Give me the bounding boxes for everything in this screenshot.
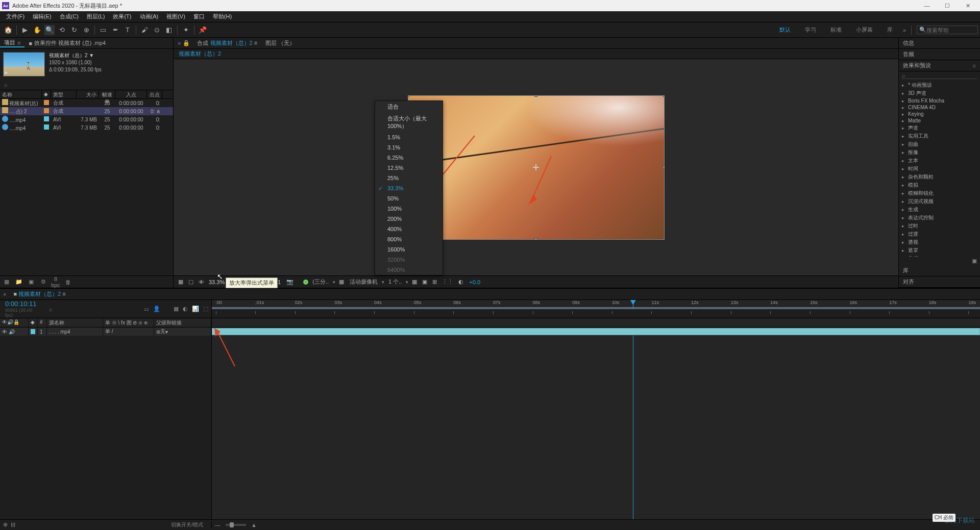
composition-view[interactable]: 适合 合适大小（最大 100%） 1.5%3.1%6.25%12.5%25%33…: [174, 59, 898, 275]
lock-icon[interactable]: 🔒: [183, 40, 190, 46]
project-settings-button[interactable]: ⚙: [39, 279, 48, 285]
preset-category[interactable]: ▸沉浸式视频: [899, 197, 980, 206]
effects-search-input[interactable]: [902, 72, 977, 79]
views-label[interactable]: 1 个..: [386, 278, 404, 286]
preset-category[interactable]: ▸杂色和颗粒: [899, 173, 980, 181]
puppet-tool[interactable]: 📌: [198, 25, 208, 35]
handle-top-right[interactable]: [663, 95, 665, 97]
info-panel-tab[interactable]: 信息: [899, 38, 980, 49]
comp-tab[interactable]: 合成 视频素材（总）2 ≡: [193, 39, 261, 47]
project-rows[interactable]: 视频素材(总)合成250:00:00:000:….点) 2合成250:00:00…: [0, 99, 173, 132]
preset-category[interactable]: ▸声道: [899, 124, 980, 132]
rect-tool[interactable]: ▭: [98, 25, 108, 35]
transparency-grid-button[interactable]: ▦: [337, 279, 346, 285]
close-button[interactable]: ✕: [958, 0, 978, 11]
composition-frame[interactable]: [408, 95, 665, 240]
rotate-tool[interactable]: ↻: [69, 25, 79, 35]
pen-tool[interactable]: ✒: [110, 25, 120, 35]
workspace-learn[interactable]: 学习: [798, 26, 823, 34]
preset-category[interactable]: ▸模糊和锐化: [899, 189, 980, 197]
col-label[interactable]: ◆: [42, 90, 51, 98]
preset-category[interactable]: ▸抠像: [899, 148, 980, 157]
flow-item[interactable]: 视频素材（总）2: [179, 50, 221, 58]
workspace-library[interactable]: 库: [880, 26, 900, 34]
timeline-frame-blend-button[interactable]: ▦: [174, 306, 179, 312]
workspace-more[interactable]: »: [903, 27, 906, 33]
layer-clip[interactable]: [212, 328, 980, 335]
work-area-bar[interactable]: [212, 307, 980, 309]
align-panel-tab[interactable]: 对齐: [899, 276, 980, 288]
zoom-item[interactable]: 1.5%: [375, 132, 443, 142]
zoom-tool[interactable]: 🔍: [44, 25, 55, 35]
preset-category[interactable]: ▸扭曲: [899, 140, 980, 148]
handle-bot-right[interactable]: [663, 238, 665, 240]
zoom-item[interactable]: 50%: [375, 193, 443, 204]
selection-tool[interactable]: ▶: [20, 25, 30, 35]
timeline-layer-row[interactable]: 👁 🔊 1 . . . . mp4 单 / ⊚ 无 ▾: [0, 327, 980, 336]
preset-category[interactable]: ▸模拟: [899, 181, 980, 189]
timeline-filter-button[interactable]: ⚏: [144, 306, 149, 312]
zoom-fit-100[interactable]: 合适大小（最大 100%）: [375, 113, 443, 132]
timeline-graph-button[interactable]: 📊: [192, 306, 199, 312]
minimize-button[interactable]: —: [917, 0, 937, 11]
toggle-alpha-button[interactable]: ▦: [177, 279, 185, 285]
timeline-tab-close[interactable]: ×: [0, 291, 9, 297]
project-row[interactable]: ….mp4AVI7.3 MB250:00:00:000:: [0, 123, 173, 132]
zoom-item[interactable]: 1600%: [375, 244, 443, 255]
preset-category[interactable]: ▸Boris FX Mocha: [899, 97, 980, 104]
bpc-label[interactable]: 8 bpc: [51, 276, 60, 288]
handle-bot-center[interactable]: [534, 238, 537, 240]
preset-category[interactable]: ▸文本: [899, 157, 980, 165]
menu-view[interactable]: 视图(V): [162, 13, 189, 20]
handle-top-center[interactable]: [534, 95, 537, 97]
preset-category[interactable]: ▸* 动画预设: [899, 81, 980, 89]
timeline-tab[interactable]: ■ 视频素材（总）2 ≡: [9, 290, 69, 298]
menu-effect[interactable]: 效果(T): [109, 13, 135, 20]
hand-tool[interactable]: ✋: [32, 25, 42, 35]
timeline-timecode[interactable]: 0:00:10:11 00261 (25.00 fps): [0, 299, 46, 319]
toggle-switches-label[interactable]: 切换开关/模式: [171, 521, 203, 528]
snapshot-button[interactable]: 📷: [285, 279, 295, 285]
zoom-item[interactable]: 25%: [375, 173, 443, 183]
toggle-mask-button[interactable]: ▢: [187, 279, 195, 285]
handle-top-left[interactable]: [408, 95, 409, 97]
menu-file[interactable]: 文件(F): [2, 13, 29, 20]
zoom-item[interactable]: 200%: [375, 214, 443, 224]
preset-category[interactable]: ▸Keying: [899, 111, 980, 117]
preset-category[interactable]: ▸Matte: [899, 117, 980, 124]
project-row[interactable]: ….mp4AVI7.3 MB250:00:00:000:: [0, 115, 173, 123]
text-tool[interactable]: T: [122, 25, 133, 35]
exposure-value[interactable]: +0.0: [467, 279, 482, 285]
zoom-item[interactable]: 12.5%: [375, 163, 443, 173]
view-options-2[interactable]: ▣: [421, 279, 429, 285]
zoom-item[interactable]: 3.1%: [375, 142, 443, 153]
zoom-fit[interactable]: 适合: [375, 101, 443, 113]
home-button[interactable]: 🏠: [3, 25, 13, 35]
new-folder-button[interactable]: 📁: [14, 279, 23, 285]
timeline-toggle-1[interactable]: ⊕: [3, 521, 8, 528]
preset-category[interactable]: ▸实用工具: [899, 132, 980, 140]
zoom-out-timeline[interactable]: —: [215, 522, 220, 528]
col-parent[interactable]: 父级和链接: [154, 318, 211, 327]
clone-tool[interactable]: ⊙: [152, 25, 162, 35]
preset-category[interactable]: ▸表达式控制: [899, 214, 980, 222]
preset-category[interactable]: ▸3D 声道: [899, 89, 980, 97]
col-type[interactable]: 类型: [51, 90, 77, 98]
resolution-label[interactable]: (三分..: [310, 278, 331, 286]
handle-mid-right[interactable]: [663, 166, 665, 169]
timeline-ruler[interactable]: :00,01s02s03s04s05s06s07s08s09s10s11s12s…: [212, 300, 980, 309]
audio-panel-tab[interactable]: 音频: [899, 49, 980, 60]
col-name[interactable]: 名称: [0, 90, 42, 98]
timeline-draft3d-button[interactable]: ⬚: [203, 306, 208, 312]
effects-preset-list[interactable]: ▸* 动画预设▸3D 声道▸Boris FX Mocha▸CINEMA 4D▸K…: [899, 80, 980, 257]
menu-layer[interactable]: 图层(L): [83, 13, 109, 20]
preset-category[interactable]: ▸透视: [899, 238, 980, 246]
comp-tab-close[interactable]: ×: [178, 40, 181, 46]
zoom-slider[interactable]: [226, 524, 246, 526]
menu-composition[interactable]: 合成(C): [56, 13, 83, 20]
preset-category[interactable]: ▸生成: [899, 206, 980, 214]
project-tab[interactable]: 项目 ≡: [0, 39, 24, 47]
brush-tool[interactable]: 🖌: [139, 25, 150, 35]
preset-category[interactable]: ▸CINEMA 4D: [899, 104, 980, 111]
zoom-item[interactable]: 100%: [375, 204, 443, 214]
